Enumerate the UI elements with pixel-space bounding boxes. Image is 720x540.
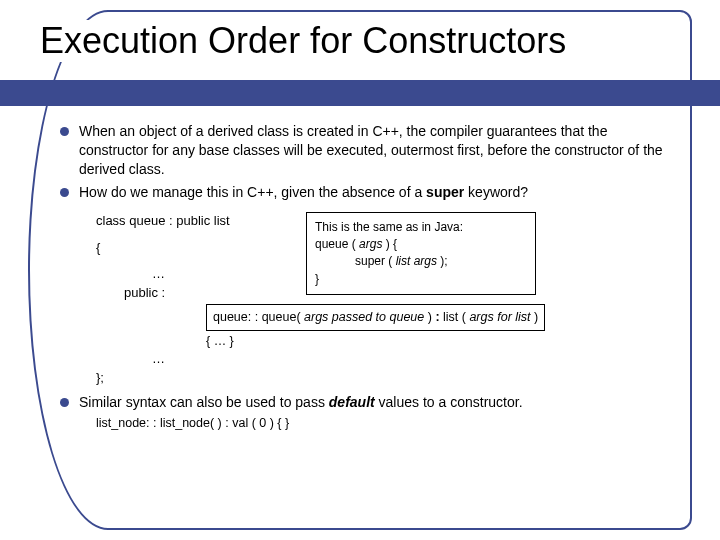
bullet-item: Similar syntax can also be used to pass …	[60, 393, 670, 412]
footer-code-line: list_node: : list_node( ) : val ( 0 ) { …	[96, 415, 670, 432]
text: How do we manage this in C++, given the …	[79, 184, 426, 200]
title-bar	[0, 80, 720, 106]
text: Similar syntax can also be used to pass	[79, 394, 329, 410]
text: queue (	[315, 237, 359, 251]
text: ) {	[382, 237, 397, 251]
args: args passed to queue	[304, 310, 424, 324]
text: keyword?	[464, 184, 528, 200]
colon: :	[435, 310, 443, 324]
java-line: This is the same as in Java:	[315, 219, 527, 236]
code-line: …	[96, 350, 670, 368]
text: list (	[443, 310, 469, 324]
bullet-text: Similar syntax can also be used to pass …	[79, 393, 670, 412]
code-block: This is the same as in Java: queue ( arg…	[96, 212, 670, 387]
java-comparison-box: This is the same as in Java: queue ( arg…	[306, 212, 536, 296]
text: queue: : queue(	[213, 310, 304, 324]
bullet-text: How do we manage this in C++, given the …	[79, 183, 670, 202]
text: )	[424, 310, 435, 324]
args: args for list	[469, 310, 530, 324]
keyword-default: default	[329, 394, 375, 410]
bullet-icon	[60, 127, 69, 136]
text: )	[531, 310, 539, 324]
bullet-icon	[60, 398, 69, 407]
slide-title: Execution Order for Constructors	[36, 20, 570, 62]
bullet-item: How do we manage this in C++, given the …	[60, 183, 670, 202]
args: args	[359, 237, 382, 251]
java-line: super ( list args );	[315, 253, 527, 270]
java-line: queue ( args ) {	[315, 236, 527, 253]
bullet-text: When an object of a derived class is cre…	[79, 122, 670, 179]
text: values to a constructor.	[375, 394, 523, 410]
args: list args	[396, 254, 437, 268]
content-area: When an object of a derived class is cre…	[60, 122, 670, 432]
keyword-super: super	[426, 184, 464, 200]
code-line: };	[96, 369, 670, 387]
text: super (	[355, 254, 396, 268]
text: );	[437, 254, 448, 268]
bullet-icon	[60, 188, 69, 197]
cpp-constructor-box: queue: : queue( args passed to queue ) :…	[206, 304, 545, 331]
java-line: }	[315, 271, 527, 288]
code-line: { … }	[206, 331, 670, 350]
bullet-item: When an object of a derived class is cre…	[60, 122, 670, 179]
